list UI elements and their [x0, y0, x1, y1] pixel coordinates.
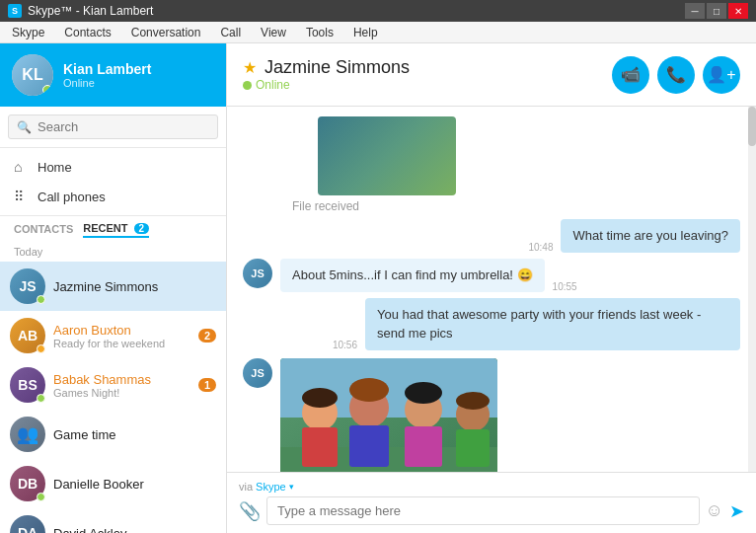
msg-row-outgoing-2: 10:56 You had that awesome party with yo…: [243, 298, 740, 349]
profile-header[interactable]: KL Kian Lambert Online: [0, 43, 226, 107]
contact-item-gametime[interactable]: 👥 Game time: [0, 410, 226, 459]
home-icon: ⌂: [14, 159, 30, 175]
attach-button[interactable]: 📎: [239, 500, 261, 522]
chat-name-text: Jazmine Simmons: [265, 57, 410, 78]
add-person-icon: 👤+: [707, 65, 735, 84]
chat-status-text: Online: [256, 78, 290, 92]
chevron-down-icon[interactable]: ▾: [289, 482, 294, 492]
contact-item-babak[interactable]: BS Babak Shammas Games Night! 1: [0, 360, 226, 410]
contact-name-aaron: Aaron Buxton: [53, 323, 190, 338]
skype-link[interactable]: Skype: [256, 481, 286, 493]
menu-call[interactable]: Call: [212, 24, 249, 41]
msg-avatar-jazmine-2: JS: [243, 358, 272, 388]
chat-actions: 📹 📞 👤+: [612, 56, 740, 94]
menu-contacts[interactable]: Contacts: [56, 24, 118, 41]
svg-point-12: [349, 378, 389, 402]
messages-area[interactable]: File received 10:48 What time are you le…: [227, 107, 756, 472]
tab-contacts[interactable]: CONTACTS: [14, 223, 73, 237]
menubar: Skype Contacts Conversation Call View To…: [0, 22, 756, 43]
scrollbar-thumb[interactable]: [748, 107, 756, 146]
contact-sub-aaron: Ready for the weekend: [53, 338, 190, 349]
chat-status: Online: [243, 78, 602, 92]
voice-call-button[interactable]: 📞: [657, 56, 695, 94]
msg-row-incoming-1: JS About 5mins...if I can find my umbrel…: [243, 259, 740, 292]
msg-bubble-incoming-1: About 5mins...if I can find my umbrella!…: [280, 259, 545, 292]
nav-home-label: Home: [38, 160, 72, 175]
svg-rect-8: [405, 426, 442, 467]
status-dot-aaron: [37, 344, 45, 353]
tab-recent-label: RECENT: [83, 222, 127, 234]
chat-panel: ★ Jazmine Simmons Online 📹 📞 👤+: [227, 43, 756, 533]
file-image-top: [280, 116, 740, 195]
menu-view[interactable]: View: [253, 24, 294, 41]
add-people-button[interactable]: 👤+: [703, 56, 740, 94]
unread-badge-babak: 1: [198, 378, 216, 392]
left-panel: KL Kian Lambert Online 🔍 ⌂ Home ⠿ Cal: [0, 43, 227, 533]
msg-avatar-jazmine: JS: [243, 259, 272, 288]
nav-call-phones[interactable]: ⠿ Call phones: [0, 182, 226, 211]
via-skype-label: via Skype ▾: [239, 481, 744, 493]
input-row: 📎 ☺ ➤: [239, 496, 744, 525]
send-button[interactable]: ➤: [729, 500, 744, 522]
close-button[interactable]: ✕: [728, 3, 748, 19]
contact-item-danielle[interactable]: DB Danielle Booker: [0, 459, 226, 508]
contact-avatar-jazmine: JS: [10, 268, 45, 304]
message-text-input[interactable]: [266, 496, 700, 525]
minimize-button[interactable]: ─: [685, 3, 705, 19]
svg-rect-6: [349, 425, 389, 467]
msg-time-2: 10:55: [553, 281, 577, 292]
contact-item-david[interactable]: DA David Ackley: [0, 508, 226, 533]
nav-home[interactable]: ⌂ Home: [0, 152, 226, 182]
scrollbar-track[interactable]: [748, 107, 756, 472]
titlebar: S Skype™ - Kian Lambert ─ □ ✕: [0, 0, 756, 22]
section-today-label: Today: [0, 242, 226, 262]
video-icon: 📹: [621, 65, 641, 84]
online-status-dot: [42, 85, 52, 95]
chat-header: ★ Jazmine Simmons Online 📹 📞 👤+: [227, 43, 756, 107]
status-dot-babak: [37, 394, 45, 403]
svg-point-11: [302, 388, 338, 408]
emoji-button[interactable]: ☺: [706, 500, 723, 521]
recent-badge: 2: [134, 223, 150, 234]
contact-name-babak: Babak Shammas: [53, 372, 190, 387]
search-input[interactable]: [38, 119, 209, 134]
msg-time-1: 10:48: [528, 242, 553, 253]
nav-call-phones-label: Call phones: [38, 190, 106, 204]
contact-avatar-aaron: AB: [10, 318, 45, 353]
avatar: KL: [12, 54, 53, 96]
msg-row-outgoing-1: 10:48 What time are you leaving?: [243, 219, 740, 253]
maximize-button[interactable]: □: [707, 3, 726, 19]
msg-bubble-outgoing-2: You had that awesome party with your fri…: [365, 298, 740, 349]
svg-rect-4: [302, 427, 338, 467]
chat-contact-name: ★ Jazmine Simmons: [243, 57, 602, 78]
contact-item-jazmine[interactable]: JS Jazmine Simmons: [0, 262, 226, 311]
star-icon[interactable]: ★: [243, 58, 257, 77]
status-dot-danielle: [37, 493, 45, 501]
profile-status: Online: [63, 77, 214, 89]
tab-recent[interactable]: RECENT 2: [83, 222, 149, 238]
contact-info-aaron: Aaron Buxton Ready for the weekend: [53, 323, 190, 349]
menu-conversation[interactable]: Conversation: [123, 24, 209, 41]
contact-name-danielle: Danielle Booker: [53, 477, 216, 492]
menu-tools[interactable]: Tools: [298, 24, 341, 41]
call-phones-icon: ⠿: [14, 189, 30, 204]
titlebar-controls: ─ □ ✕: [685, 3, 748, 19]
msg-time-3: 10:56: [333, 340, 357, 350]
message-input-area: via Skype ▾ 📎 ☺ ➤: [227, 472, 756, 533]
chat-status-dot: [243, 81, 252, 90]
contact-name-jazmine: Jazmine Simmons: [53, 279, 216, 294]
main-layout: KL Kian Lambert Online 🔍 ⌂ Home ⠿ Cal: [0, 43, 756, 533]
contact-name-gametime: Game time: [53, 427, 216, 442]
profile-name: Kian Lambert: [63, 61, 214, 77]
contact-info-babak: Babak Shammas Games Night!: [53, 372, 190, 399]
menu-skype[interactable]: Skype: [4, 24, 52, 41]
incoming-image-block: Files received SHOW IN FOLDER: [280, 358, 497, 472]
file-image-preview: [318, 116, 456, 195]
contact-item-aaron[interactable]: AB Aaron Buxton Ready for the weekend 2: [0, 311, 226, 360]
video-call-button[interactable]: 📹: [612, 56, 649, 94]
menu-help[interactable]: Help: [345, 24, 386, 41]
chat-header-info: ★ Jazmine Simmons Online: [243, 57, 602, 92]
titlebar-title: Skype™ - Kian Lambert: [28, 4, 153, 18]
contact-avatar-gametime: 👥: [10, 417, 45, 452]
contact-avatar-babak: BS: [10, 367, 45, 403]
